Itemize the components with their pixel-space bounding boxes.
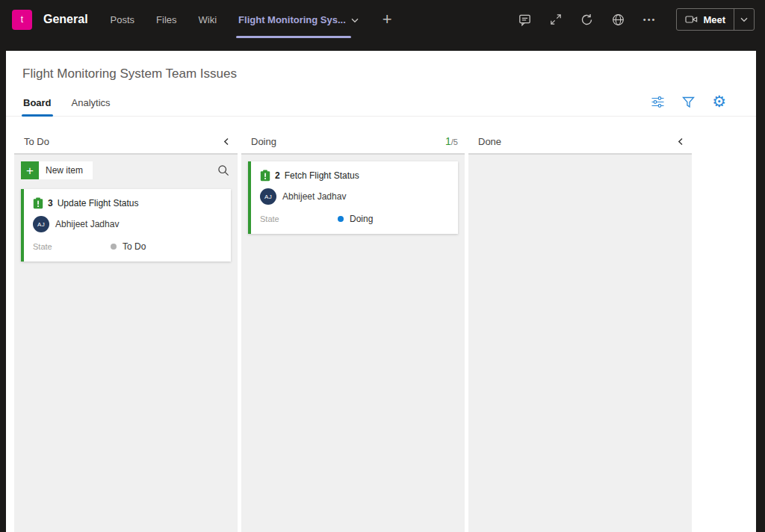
column-doing-title: Doing — [251, 136, 276, 147]
tab-files[interactable]: Files — [156, 14, 176, 25]
globe-icon[interactable] — [612, 13, 625, 26]
assignee-name: Abhijeet Jadhav — [55, 219, 119, 229]
active-tab-underline — [236, 36, 351, 38]
more-options-icon[interactable]: ••• — [643, 15, 657, 24]
work-item-card[interactable]: 3 Update Flight Status AJ Abhijeet Jadha… — [21, 189, 231, 262]
column-done: Done — [468, 129, 692, 532]
tab-board[interactable]: Board — [23, 97, 52, 116]
column-todo-header: To Do — [14, 129, 238, 153]
issue-icon — [33, 197, 43, 209]
page-title: Flight Monitoring System Team Issues — [22, 66, 756, 81]
card-title: Update Flight Status — [58, 198, 139, 208]
filter-icon[interactable] — [682, 96, 695, 108]
meet-button-group: Meet — [676, 8, 755, 31]
counter-shown: 1 — [445, 135, 451, 147]
state-value-label: To Do — [123, 241, 146, 252]
new-item-button[interactable]: + New item — [21, 161, 93, 179]
card-assignee-row: AJ Abhijeet Jadhav — [33, 216, 222, 232]
counter-total: /5 — [451, 137, 458, 146]
card-id: 3 — [48, 198, 53, 208]
state-value: Doing — [338, 214, 373, 224]
state-dot — [338, 216, 344, 222]
tab-analytics[interactable]: Analytics — [72, 97, 111, 116]
card-title-row: 2 Fetch Flight Status — [260, 170, 449, 182]
search-icon[interactable] — [216, 163, 231, 178]
card-id: 2 — [275, 170, 280, 181]
teams-app: t General Posts Files Wiki Flight Monito… — [0, 0, 765, 532]
state-value: To Do — [111, 241, 146, 252]
column-done-header: Done — [468, 129, 692, 153]
card-state-row: State Doing — [260, 214, 449, 224]
tab-posts[interactable]: Posts — [111, 14, 135, 25]
settings-sliders-icon[interactable] — [651, 96, 665, 108]
header-actions: ••• Meet — [518, 8, 755, 31]
board-tab-underline — [22, 114, 53, 117]
expand-icon[interactable] — [550, 13, 562, 25]
meet-button[interactable]: Meet — [677, 9, 734, 30]
chevron-down-icon[interactable] — [351, 18, 359, 23]
refresh-icon[interactable] — [580, 13, 593, 26]
plus-icon: + — [21, 161, 39, 179]
channel-tabs: Posts Files Wiki Flight Monitoring Sys..… — [111, 11, 392, 28]
work-item-card[interactable]: 2 Fetch Flight Status AJ Abhijeet Jadhav… — [248, 161, 458, 234]
video-camera-icon — [685, 14, 698, 25]
issue-icon — [260, 170, 270, 182]
collapse-column-icon[interactable] — [675, 136, 685, 147]
meet-dropdown-button[interactable] — [734, 9, 754, 30]
add-tab-icon[interactable]: + — [382, 11, 392, 28]
column-todo-body: + New item — [14, 153, 238, 532]
card-assignee-row: AJ Abhijeet Jadhav — [260, 188, 449, 205]
state-dot — [111, 244, 117, 250]
column-doing-body: 2 Fetch Flight Status AJ Abhijeet Jadhav… — [241, 153, 465, 532]
chat-icon[interactable] — [518, 13, 531, 26]
tab-flight-monitoring-system[interactable]: Flight Monitoring Sys... — [238, 14, 359, 25]
team-initial: t — [21, 14, 23, 25]
column-todo-toolbar: + New item — [21, 161, 231, 179]
panel-tabs: Board Analytics — [6, 94, 756, 117]
kanban-board: To Do + New item — [6, 129, 756, 532]
card-state-row: State To Do — [33, 241, 222, 252]
tab-flight-monitoring-system-label: Flight Monitoring Sys... — [238, 14, 346, 25]
channel-name: General — [43, 13, 88, 26]
column-doing: Doing 1/5 — [241, 129, 465, 532]
assignee-avatar: AJ — [33, 216, 49, 232]
meet-label: Meet — [703, 14, 725, 25]
column-item-counter: 1/5 — [445, 135, 458, 147]
card-title: Fetch Flight Status — [285, 170, 359, 181]
column-todo-title: To Do — [24, 136, 49, 147]
state-field-label: State — [260, 214, 338, 223]
gear-icon[interactable]: ⚙ — [712, 94, 726, 110]
content-panel: Flight Monitoring System Team Issues Boa… — [6, 51, 756, 532]
board-actions: ⚙ — [651, 94, 756, 116]
state-value-label: Doing — [350, 214, 373, 224]
tab-analytics-label: Analytics — [72, 97, 111, 108]
assignee-avatar: AJ — [260, 188, 276, 205]
collapse-column-icon[interactable] — [221, 136, 231, 147]
new-item-label: New item — [39, 165, 93, 176]
column-todo: To Do + New item — [14, 129, 238, 532]
team-avatar[interactable]: t — [12, 10, 32, 30]
tab-board-label: Board — [23, 97, 52, 108]
state-field-label: State — [33, 242, 111, 251]
assignee-name: Abhijeet Jadhav — [282, 191, 346, 202]
column-doing-header: Doing 1/5 — [241, 129, 465, 153]
column-done-title: Done — [478, 136, 501, 147]
tab-wiki[interactable]: Wiki — [199, 14, 217, 25]
card-title-row: 3 Update Flight Status — [33, 197, 222, 209]
teams-header: t General Posts Files Wiki Flight Monito… — [0, 0, 765, 51]
column-done-body — [468, 153, 692, 532]
